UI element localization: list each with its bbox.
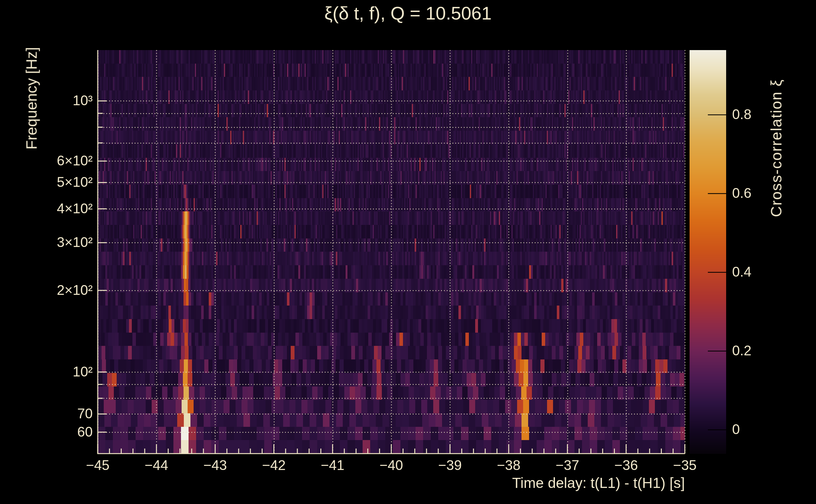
x-tick-label: −38 — [497, 457, 520, 473]
colorbar-tick-label: 0 — [732, 421, 740, 437]
x-tick-label: −39 — [438, 457, 462, 473]
x-tick-label: −35 — [673, 457, 697, 473]
colorbar-tick-label: 0.4 — [732, 264, 751, 280]
x-axis-title: Time delay: t(L1) - t(H1) [s] — [512, 474, 685, 491]
y-tick-label: 2×10² — [0, 282, 93, 298]
x-tick-label: −44 — [145, 457, 168, 473]
x-tick-label: −40 — [380, 457, 403, 473]
x-tick-label: −43 — [203, 457, 227, 473]
chart-title: ξ(δ t, f), Q = 10.5061 — [0, 3, 816, 24]
colorbar-tick-label: 0.2 — [732, 343, 751, 358]
qscan-figure: ξ(δ t, f), Q = 10.5061 Frequency [Hz] Ti… — [0, 0, 816, 504]
x-tick-label: −42 — [262, 457, 286, 473]
y-tick-label: 10³ — [0, 93, 93, 108]
x-tick-label: −41 — [321, 457, 344, 473]
y-tick-label: 70 — [0, 406, 93, 421]
x-tick-label: −36 — [614, 457, 638, 473]
y-tick-label: 6×10² — [0, 153, 93, 169]
y-tick-label: 3×10² — [0, 234, 93, 250]
colorbar-tick-label: 0.8 — [732, 106, 751, 122]
heatmap-canvas — [0, 0, 816, 504]
y-tick-label: 60 — [0, 424, 93, 440]
y-tick-label: 4×10² — [0, 201, 93, 216]
y-tick-label: 10² — [0, 364, 93, 380]
x-tick-label: −45 — [86, 457, 110, 473]
x-tick-label: −37 — [555, 457, 579, 473]
colorbar-tick-label: 0.6 — [732, 185, 751, 201]
y-tick-label: 5×10² — [0, 174, 93, 190]
colorbar-title: Cross-correlation ξ — [768, 79, 785, 217]
